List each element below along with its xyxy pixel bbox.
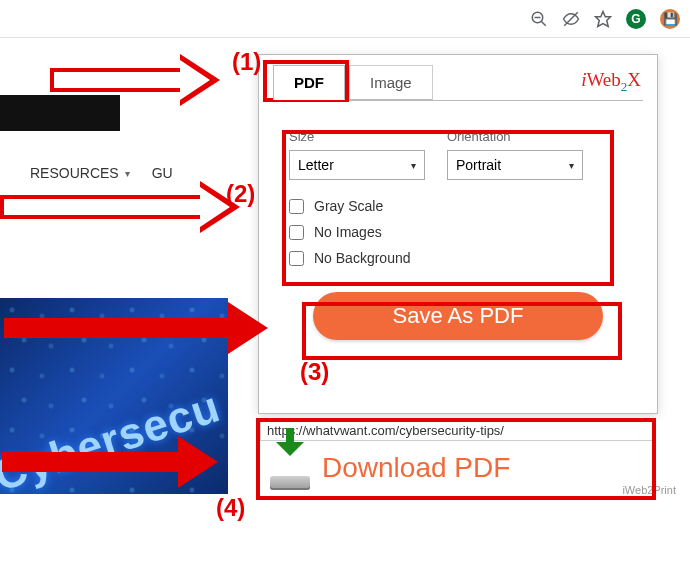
nobackground-input[interactable] (289, 251, 304, 266)
grayscale-checkbox[interactable]: Gray Scale (289, 198, 627, 214)
download-pdf-link[interactable]: Download PDF (322, 452, 510, 484)
nobackground-label: No Background (314, 250, 411, 266)
annotation-num-2: (2) (226, 180, 255, 208)
annotation-num-4: (4) (216, 494, 245, 522)
svg-marker-4 (596, 11, 611, 26)
zoom-out-icon[interactable] (530, 10, 548, 28)
orientation-select[interactable]: Portrait ▾ (447, 150, 583, 180)
star-icon[interactable] (594, 10, 612, 28)
article-thumbnail[interactable]: Cybersecu (0, 298, 228, 494)
pdf-options-panel: Size Letter ▾ Orientation Portrait ▾ Gra… (273, 100, 643, 360)
grayscale-label: Gray Scale (314, 198, 383, 214)
brand-logo: iWeb2X (581, 69, 641, 95)
orientation-label: Orientation (447, 129, 583, 144)
result-url: https://whatvwant.com/cybersecurity-tips… (260, 420, 656, 441)
annotation-num-1: (1) (232, 48, 261, 76)
eye-off-icon[interactable] (562, 10, 580, 28)
save-as-pdf-button[interactable]: Save As PDF (313, 292, 603, 340)
annotation-num-3: (3) (300, 358, 329, 386)
chevron-down-icon: ▾ (569, 160, 574, 171)
page-nav: RESOURCES▾ GU (30, 165, 173, 181)
tab-pdf[interactable]: PDF (273, 65, 345, 100)
size-select[interactable]: Letter ▾ (289, 150, 425, 180)
chevron-down-icon: ▾ (125, 168, 130, 179)
page-header-strip (0, 95, 120, 131)
grammarly-ext-icon[interactable]: G (626, 9, 646, 29)
chevron-down-icon: ▾ (411, 160, 416, 171)
browser-toolbar: G 💾 (0, 0, 690, 38)
download-icon[interactable] (268, 446, 312, 490)
noimages-input[interactable] (289, 225, 304, 240)
grayscale-input[interactable] (289, 199, 304, 214)
download-row: Download PDF (268, 440, 652, 496)
noimages-checkbox[interactable]: No Images (289, 224, 627, 240)
watermark-text: iWeb2Print (622, 484, 676, 496)
svg-line-1 (541, 21, 546, 26)
nav-resources[interactable]: RESOURCES▾ (30, 165, 130, 181)
iweb2x-ext-icon[interactable]: 💾 (660, 9, 680, 29)
size-value: Letter (298, 157, 334, 173)
noimages-label: No Images (314, 224, 382, 240)
orientation-value: Portrait (456, 157, 501, 173)
nobackground-checkbox[interactable]: No Background (289, 250, 627, 266)
size-label: Size (289, 129, 425, 144)
tab-image[interactable]: Image (349, 65, 433, 100)
nav-guides-truncated[interactable]: GU (152, 165, 173, 181)
